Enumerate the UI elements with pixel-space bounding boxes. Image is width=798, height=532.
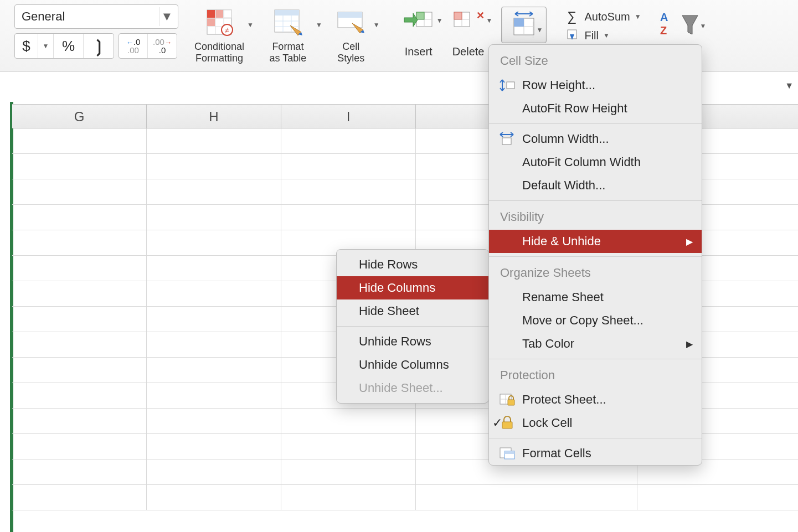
svg-rect-3: [207, 18, 215, 26]
menu-item-unhide-rows[interactable]: Unhide Rows: [337, 330, 488, 353]
svg-rect-36: [502, 138, 511, 144]
cell[interactable]: [147, 358, 281, 383]
column-header-i[interactable]: I: [281, 105, 416, 128]
cell[interactable]: [281, 409, 416, 433]
comma-style-button[interactable]: ❳: [84, 34, 114, 58]
fill-down-icon: [563, 29, 580, 42]
cell[interactable]: [12, 256, 147, 281]
cell[interactable]: [12, 358, 147, 383]
cell[interactable]: [12, 128, 147, 153]
menu-item-hide-sheet[interactable]: Hide Sheet: [337, 299, 488, 323]
sort-filter-button[interactable]: A Z ▼: [658, 4, 707, 45]
menu-item-rename-sheet[interactable]: Rename Sheet: [489, 286, 702, 309]
cell[interactable]: [12, 409, 147, 433]
cell[interactable]: [147, 128, 281, 153]
formula-bar-expand-icon[interactable]: ▼: [785, 81, 794, 91]
cell[interactable]: [281, 154, 416, 179]
cell[interactable]: [147, 409, 281, 433]
fill-button[interactable]: Fill ▼: [563, 29, 641, 42]
hide-unhide-submenu: Hide Rows Hide Columns Hide Sheet Unhide…: [336, 249, 489, 404]
format-as-table-icon: [274, 8, 302, 37]
cell[interactable]: [147, 332, 281, 357]
cell[interactable]: [147, 307, 281, 332]
svg-rect-44: [504, 451, 514, 454]
column-header-g[interactable]: G: [12, 105, 147, 128]
menu-item-protect-sheet[interactable]: Protect Sheet...: [489, 388, 702, 411]
menu-item-tab-color[interactable]: Tab Color ▶: [489, 332, 702, 355]
insert-button[interactable]: Insert ▼: [402, 4, 443, 58]
svg-rect-18: [338, 12, 362, 18]
dropdown-caret-icon: ▼: [486, 17, 493, 24]
menu-section-cell-size: Cell Size: [489, 48, 702, 74]
cell[interactable]: [147, 281, 281, 306]
menu-item-autofit-row-height[interactable]: AutoFit Row Height: [489, 97, 702, 120]
cell[interactable]: [281, 434, 416, 459]
cell[interactable]: [147, 205, 281, 230]
cell[interactable]: [147, 434, 281, 459]
dropdown-caret-icon: ▼: [247, 21, 254, 29]
menu-item-hide-rows[interactable]: Hide Rows: [337, 253, 488, 276]
insert-label: Insert: [405, 45, 433, 58]
svg-rect-35: [507, 82, 514, 89]
decrease-decimal-button[interactable]: .00→ .0: [148, 34, 177, 58]
cell[interactable]: [147, 179, 281, 204]
cell[interactable]: [147, 485, 281, 510]
insert-cells-icon: [402, 8, 435, 31]
cell[interactable]: [281, 459, 416, 484]
increase-decimal-button[interactable]: ←.0 .00: [119, 34, 148, 58]
number-format-select[interactable]: General ▼: [14, 4, 178, 29]
cell[interactable]: [12, 434, 147, 459]
menu-item-unhide-columns[interactable]: Unhide Columns: [337, 353, 488, 376]
cell[interactable]: [147, 383, 281, 408]
cell[interactable]: [12, 332, 147, 357]
svg-rect-4: [224, 10, 231, 18]
grid-row: [12, 485, 798, 510]
svg-text:≠: ≠: [225, 25, 229, 34]
cell[interactable]: [281, 179, 416, 204]
delete-label: Delete: [452, 45, 485, 58]
conditional-formatting-button[interactable]: ≠ ConditionalFormatting ▼: [192, 4, 254, 64]
cell[interactable]: [12, 154, 147, 179]
delete-button[interactable]: ✕ Delete ▼: [452, 4, 493, 58]
cell[interactable]: [147, 154, 281, 179]
cell[interactable]: [12, 281, 147, 306]
menu-item-hide-columns[interactable]: Hide Columns: [337, 276, 488, 299]
cell[interactable]: [416, 485, 637, 510]
submenu-arrow-icon: ▶: [686, 236, 693, 247]
dropdown-caret-icon: ▼: [635, 13, 641, 20]
conditional-formatting-label: ConditionalFormatting: [194, 41, 244, 64]
column-header-h[interactable]: H: [147, 105, 281, 128]
cell[interactable]: [12, 307, 147, 332]
menu-item-column-width[interactable]: Column Width...: [489, 127, 702, 151]
menu-item-format-cells[interactable]: Format Cells: [489, 442, 702, 462]
menu-item-default-width[interactable]: Default Width...: [489, 174, 702, 197]
svg-rect-1: [207, 10, 215, 18]
cell[interactable]: [281, 128, 416, 153]
percent-format-button[interactable]: %: [54, 34, 84, 58]
accounting-dropdown-caret[interactable]: ▼: [38, 34, 54, 58]
format-as-table-label: Formatas Table: [270, 41, 307, 64]
cell[interactable]: [147, 256, 281, 281]
svg-rect-2: [215, 10, 223, 18]
menu-item-hide-unhide[interactable]: Hide & Unhide ▶: [489, 230, 702, 253]
dropdown-caret-icon: ▼: [436, 17, 443, 24]
menu-item-lock-cell[interactable]: ✓ Lock Cell: [489, 411, 702, 435]
cell[interactable]: [12, 485, 147, 510]
cell[interactable]: [147, 459, 281, 484]
cell[interactable]: [281, 205, 416, 230]
cell[interactable]: [147, 230, 281, 255]
menu-item-row-height[interactable]: Row Height...: [489, 74, 702, 97]
menu-item-autofit-column-width[interactable]: AutoFit Column Width: [489, 151, 702, 174]
format-button[interactable]: ▼: [501, 7, 547, 43]
autosum-button[interactable]: ∑ AutoSum ▼: [563, 9, 641, 24]
cell[interactable]: [12, 179, 147, 204]
cell[interactable]: [12, 459, 147, 484]
accounting-format-button[interactable]: $: [15, 34, 38, 58]
menu-item-move-copy-sheet[interactable]: Move or Copy Sheet...: [489, 309, 702, 332]
cell[interactable]: [12, 383, 147, 408]
format-as-table-button[interactable]: Formatas Table ▼: [260, 4, 322, 64]
cell-styles-button[interactable]: CellStyles ▼: [329, 4, 380, 64]
cell[interactable]: [12, 230, 147, 255]
cell[interactable]: [281, 485, 416, 510]
cell[interactable]: [12, 205, 147, 230]
